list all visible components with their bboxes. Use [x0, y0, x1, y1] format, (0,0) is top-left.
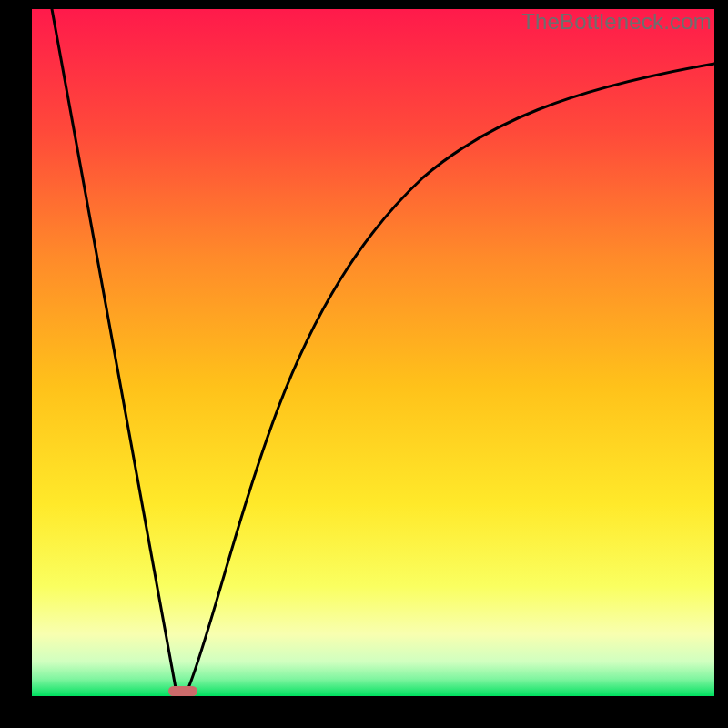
watermark-text: TheBottleneck.com: [521, 9, 712, 35]
gradient-background: [32, 9, 714, 696]
bottleneck-chart: [32, 9, 714, 696]
chart-frame: TheBottleneck.com: [0, 0, 728, 728]
minimum-marker: [168, 686, 197, 696]
